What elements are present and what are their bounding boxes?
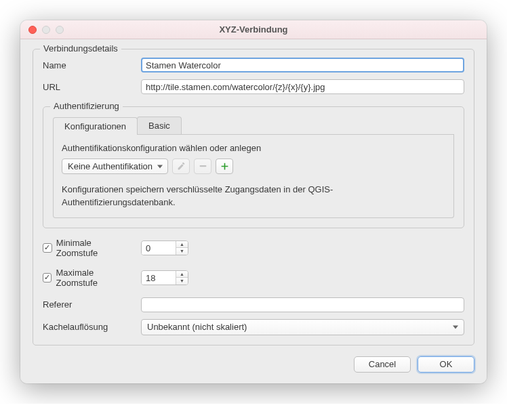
tile-resolution-value: Unbekannt (nicht skaliert) [147,322,247,332]
plus-icon [220,162,229,171]
auth-tab-pane: Authentifikationskonfiguration wählen od… [53,135,454,218]
max-zoom-label: Maximale Zoomstufe [56,268,134,288]
authentication-group: Authentifizierung Konfigurationen Basic … [43,106,464,228]
tile-resolution-label: Kachelauflösung [43,322,134,332]
window-title: XYZ-Verbindung [20,24,487,35]
chevron-down-icon[interactable]: ▼ [176,248,188,255]
dialog-body: Verbindungsdetails Name URL Authentifizi… [20,39,487,383]
dialog-window: XYZ-Verbindung Verbindungsdetails Name U… [20,20,487,383]
referer-label: Referer [43,299,134,310]
chevron-up-icon[interactable]: ▲ [176,241,188,249]
titlebar: XYZ-Verbindung [20,20,487,39]
pencil-icon [177,162,186,171]
url-label: URL [43,82,134,92]
tab-configurations[interactable]: Konfigurationen [53,117,138,135]
dialog-footer: Cancel OK [33,356,474,373]
authentication-label: Authentifizierung [50,101,123,111]
auth-config-dropdown[interactable]: Keine Authentifikation [62,159,168,174]
auth-hint-text: Konfigurationen speichern verschlüsselte… [62,184,445,209]
tile-resolution-select[interactable]: Unbekannt (nicht skaliert) [141,319,464,335]
connection-details-group: Verbindungsdetails Name URL Authentifizi… [33,49,474,345]
ok-button[interactable]: OK [418,356,474,373]
name-input[interactable] [141,58,464,72]
svg-rect-0 [199,165,206,167]
tab-basic[interactable]: Basic [137,117,182,134]
min-zoom-stepper[interactable]: ▲ ▼ [141,240,188,255]
connection-details-label: Verbindungsdetails [40,43,121,54]
chevron-down-icon[interactable]: ▼ [176,278,188,285]
max-zoom-input[interactable] [142,271,176,285]
min-zoom-input[interactable] [142,241,176,255]
url-input[interactable] [141,79,464,94]
min-zoom-label: Minimale Zoomstufe [56,238,134,258]
auth-edit-button[interactable] [172,159,190,174]
auth-add-button[interactable] [216,159,233,174]
auth-tabs: Konfigurationen Basic [53,117,454,135]
max-zoom-stepper[interactable]: ▲ ▼ [141,270,188,285]
min-zoom-checkbox[interactable]: ✓ [43,243,52,253]
minus-icon [199,162,207,171]
chevron-up-icon[interactable]: ▲ [176,271,188,278]
auth-choose-label: Authentifikationskonfiguration wählen od… [62,143,445,153]
name-label: Name [43,60,134,70]
auth-config-value: Keine Authentifikation [68,161,153,171]
cancel-button[interactable]: Cancel [354,356,411,373]
auth-remove-button[interactable] [194,159,211,174]
max-zoom-checkbox[interactable]: ✓ [43,273,52,282]
referer-input[interactable] [141,297,464,312]
